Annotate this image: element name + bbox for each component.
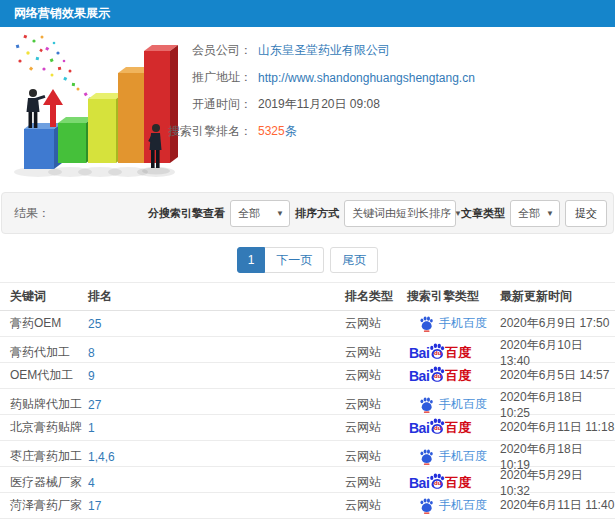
baidu-logo: Bai du 百度 bbox=[407, 418, 471, 437]
engine-cell: Bai du 百度 bbox=[407, 418, 500, 437]
updated-cell: 2020年6月5日 14:57 bbox=[500, 367, 615, 384]
rank-type-cell: 云网站 bbox=[345, 497, 407, 514]
engine-cell: Bai du 百度 bbox=[407, 473, 500, 492]
engine-cell: Bai du 百度 bbox=[407, 343, 500, 362]
baidu-logo-bai: Bai bbox=[409, 420, 429, 436]
rank-type-cell: 云网站 bbox=[345, 344, 407, 361]
mobile-baidu-paw-icon bbox=[419, 316, 434, 332]
engine-name: 百度 bbox=[445, 419, 471, 437]
baidu-logo: Bai du 百度 bbox=[407, 366, 471, 385]
rank-link[interactable]: 9 bbox=[88, 369, 345, 383]
engine-rank-row: 搜索引擎排名： 5325条 bbox=[140, 118, 475, 145]
table-row: 医疗器械厂家 4 云网站 Bai du 百度 2020年5月29日 10:32 bbox=[0, 467, 615, 493]
updated-cell: 2020年5月29日 10:32 bbox=[500, 467, 615, 498]
updated-cell: 2020年6月10日 13:40 bbox=[500, 337, 615, 368]
up-arrow-icon bbox=[43, 89, 63, 127]
chevron-down-icon: ▼ bbox=[546, 209, 554, 218]
mobile-baidu-badge: 手机百度 bbox=[407, 448, 487, 465]
next-page-button[interactable]: 下一页 bbox=[265, 247, 324, 273]
baidu-logo-bai: Bai bbox=[409, 475, 429, 491]
opened-time-row: 开通时间： 2019年11月20日 09:08 bbox=[140, 91, 475, 118]
baidu-logo-bai: Bai bbox=[409, 368, 429, 384]
rank-type-cell: 云网站 bbox=[345, 396, 407, 413]
mobile-baidu-badge: 手机百度 bbox=[407, 497, 487, 514]
submit-button[interactable]: 提交 bbox=[565, 200, 607, 227]
keyword-cell: 北京膏药贴牌 bbox=[10, 419, 88, 436]
chevron-down-icon: ▼ bbox=[276, 209, 284, 218]
rank-link[interactable]: 4 bbox=[88, 476, 345, 490]
rank-type-cell: 云网站 bbox=[345, 315, 407, 332]
result-label: 结果： bbox=[14, 205, 50, 222]
sort-select-value: 关键词由短到长排序 bbox=[352, 206, 451, 221]
engine-cell: 手机百度 bbox=[407, 396, 500, 413]
rank-link[interactable]: 17 bbox=[88, 499, 345, 513]
member-info: 会员公司： 山东皇圣堂药业有限公司 推广地址： http://www.shand… bbox=[140, 37, 475, 145]
baidu-paw-icon: du bbox=[428, 473, 446, 490]
rank-count: 5325 bbox=[258, 124, 285, 138]
engine-name: 手机百度 bbox=[439, 315, 487, 332]
engine-cell: Bai du 百度 bbox=[407, 366, 500, 385]
filter-controls: 分搜索引擎查看 全部 ▼ 排序方式 关键词由短到长排序 ▼ 文章类型 全部 ▼ … bbox=[148, 200, 607, 227]
baidu-paw-icon: du bbox=[428, 366, 446, 383]
rank-type-cell: 云网站 bbox=[345, 367, 407, 384]
info-section: 会员公司： 山东皇圣堂药业有限公司 推广地址： http://www.shand… bbox=[0, 27, 615, 189]
table-row: 药贴牌代加工 27 云网站 手机百度 2020年6月18日 10:25 bbox=[0, 389, 615, 415]
page-title: 网络营销效果展示 bbox=[14, 5, 110, 22]
engine-select-value: 全部 bbox=[238, 206, 260, 221]
title-bar: 网络营销效果展示 bbox=[0, 0, 615, 27]
keyword-cell: 枣庄膏药加工 bbox=[10, 448, 88, 465]
rank-link[interactable]: 1 bbox=[88, 421, 345, 435]
updated-cell: 2020年6月11日 11:18 bbox=[500, 419, 615, 436]
keyword-cell: 膏药代加工 bbox=[10, 344, 88, 361]
promo-url-link[interactable]: http://www.shandonghuangshengtang.cn bbox=[258, 71, 475, 85]
col-updated: 最新更新时间 bbox=[500, 288, 615, 305]
opened-time-label: 开通时间： bbox=[140, 96, 252, 113]
baidu-logo-du: du bbox=[434, 350, 441, 356]
engine-rank-value: 5325条 bbox=[258, 123, 297, 140]
engine-name: 百度 bbox=[445, 474, 471, 492]
mobile-baidu-paw-icon bbox=[419, 397, 434, 413]
keyword-cell: 药贴牌代加工 bbox=[10, 396, 88, 413]
table-row: 枣庄膏药加工 1,4,6 云网站 手机百度 2020年6月18日 10:19 bbox=[0, 441, 615, 467]
rank-link[interactable]: 8 bbox=[88, 346, 345, 360]
col-rank-type: 排名类型 bbox=[345, 288, 407, 305]
rank-link[interactable]: 25 bbox=[88, 317, 345, 331]
rank-link[interactable]: 1,4,6 bbox=[88, 450, 345, 464]
company-row: 会员公司： 山东皇圣堂药业有限公司 bbox=[140, 37, 475, 64]
article-type-select[interactable]: 全部 ▼ bbox=[510, 200, 560, 227]
col-engine-type: 搜索引擎类型 bbox=[407, 288, 500, 305]
sort-select[interactable]: 关键词由短到长排序 ▼ bbox=[344, 200, 456, 227]
page-1-button[interactable]: 1 bbox=[237, 247, 266, 273]
rank-type-cell: 云网站 bbox=[345, 474, 407, 491]
baidu-paw-icon: du bbox=[428, 418, 446, 435]
keyword-cell: 菏泽膏药厂家 bbox=[10, 497, 88, 514]
mobile-baidu-paw-icon bbox=[419, 449, 434, 465]
engine-name: 手机百度 bbox=[439, 396, 487, 413]
updated-cell: 2020年6月18日 10:25 bbox=[500, 389, 615, 420]
company-link[interactable]: 山东皇圣堂药业有限公司 bbox=[258, 42, 390, 59]
table-row: 菏泽膏药厂家 17 云网站 手机百度 2020年6月11日 11:40 bbox=[0, 493, 615, 519]
promo-url-label: 推广地址： bbox=[140, 69, 252, 86]
updated-cell: 2020年6月9日 17:50 bbox=[500, 315, 615, 332]
baidu-logo: Bai du 百度 bbox=[407, 473, 471, 492]
engine-name: 手机百度 bbox=[439, 497, 487, 514]
engine-select[interactable]: 全部 ▼ bbox=[230, 200, 290, 227]
table-row: OEM代加工 9 云网站 Bai du 百度 2020年6月5日 14:57 bbox=[0, 363, 615, 389]
table-row: 膏药代加工 8 云网站 Bai du 百度 2020年6月10日 13:40 bbox=[0, 337, 615, 363]
businessman-left bbox=[27, 89, 46, 128]
last-page-button[interactable]: 尾页 bbox=[330, 247, 378, 273]
keyword-cell: 膏药OEM bbox=[10, 315, 88, 332]
engine-name: 手机百度 bbox=[439, 448, 487, 465]
rank-link[interactable]: 27 bbox=[88, 398, 345, 412]
rank-unit: 条 bbox=[285, 124, 297, 138]
baidu-logo-du: du bbox=[434, 480, 441, 486]
company-label: 会员公司： bbox=[140, 42, 252, 59]
article-type-label: 文章类型 bbox=[461, 206, 505, 221]
keyword-rank-table: 关键词 排名 排名类型 搜索引擎类型 最新更新时间 膏药OEM 25 云网站 手… bbox=[0, 282, 615, 519]
keyword-cell: OEM代加工 bbox=[10, 367, 88, 384]
updated-cell: 2020年6月11日 11:40 bbox=[500, 497, 615, 514]
table-row: 膏药OEM 25 云网站 手机百度 2020年6月9日 17:50 bbox=[0, 311, 615, 337]
filter-bar: 结果： 分搜索引擎查看 全部 ▼ 排序方式 关键词由短到长排序 ▼ 文章类型 全… bbox=[1, 192, 614, 234]
baidu-logo-du: du bbox=[434, 373, 441, 379]
baidu-logo-du: du bbox=[434, 425, 441, 431]
